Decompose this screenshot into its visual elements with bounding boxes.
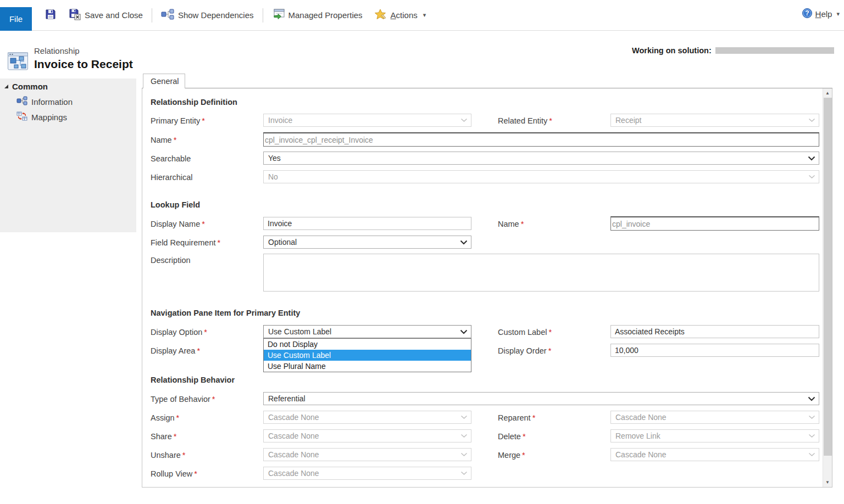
delete-label: Delete* [498, 432, 526, 441]
section-title-relationship-definition: Relationship Definition [151, 98, 237, 107]
field-requirement-select[interactable]: Optional [263, 236, 471, 249]
save-and-close-label: Save and Close [85, 10, 143, 20]
display-name-input[interactable] [263, 217, 471, 230]
scroll-up-arrow-icon: ▲ [825, 91, 830, 96]
save-and-close-button[interactable]: Save and Close [66, 7, 146, 24]
tab-general[interactable]: General [143, 74, 185, 88]
sidebar-item-mappings[interactable]: Mappings [16, 111, 67, 122]
primary-entity-select: Invoice [263, 114, 471, 127]
schema-name-input[interactable] [263, 132, 819, 147]
related-entity-select: Receipt [610, 114, 819, 127]
help-menu-button[interactable]: ? Help ▾ [802, 8, 840, 20]
toolbar-separator [152, 8, 152, 23]
required-asterisk: * [174, 432, 177, 441]
unshare-select: Cascade None [263, 448, 471, 461]
required-asterisk: * [548, 328, 552, 337]
chevron-down-icon [808, 452, 815, 457]
file-button[interactable]: File [0, 7, 32, 31]
hierarchical-select: No [263, 170, 819, 183]
searchable-select[interactable]: Yes [263, 152, 819, 165]
vertical-scrollbar[interactable]: ▲ ▼ [823, 88, 832, 487]
form-content: Relationship Definition Primary Entity* … [142, 88, 832, 488]
custom-label-label: Custom Label* [498, 328, 552, 337]
entity-type-label: Relationship [34, 46, 80, 55]
chevron-down-icon [460, 415, 468, 419]
scroll-down-button[interactable]: ▼ [823, 478, 832, 487]
required-asterisk: * [204, 328, 207, 337]
required-asterisk: * [176, 413, 180, 422]
dropdown-option-use-plural-name[interactable]: Use Plural Name [264, 361, 471, 372]
save-icon [45, 9, 56, 21]
schema-name-label: Name* [151, 136, 176, 144]
dropdown-option-use-custom-label[interactable]: Use Custom Label [264, 350, 471, 361]
field-requirement-label: Field Requirement* [151, 238, 220, 247]
sidebar-group-common[interactable]: Common [4, 82, 48, 91]
save-button[interactable] [42, 7, 59, 24]
scrollbar-thumb[interactable] [824, 98, 832, 456]
section-title-relationship-behavior: Relationship Behavior [151, 376, 235, 384]
custom-label-input[interactable] [610, 325, 819, 338]
save-and-close-icon [69, 9, 81, 22]
required-asterisk: * [182, 451, 186, 460]
toolbar-items: Save and Close Show Dependencies Managed… [42, 0, 429, 30]
sidebar-item-label: Information [31, 97, 73, 107]
required-asterisk: * [532, 413, 536, 422]
svg-text:?: ? [805, 9, 809, 17]
chevron-down-icon [808, 118, 815, 122]
actions-caret-icon: ▾ [423, 12, 426, 19]
searchable-label: Searchable [151, 154, 191, 163]
display-order-input[interactable] [610, 344, 819, 357]
toolbar: File Save and Close Show Dependencies [0, 0, 844, 31]
display-option-dropdown-list: Do not Display Use Custom Label Use Plur… [263, 338, 471, 372]
required-asterisk: * [549, 116, 552, 125]
required-asterisk: * [174, 136, 177, 144]
share-select: Cascade None [263, 429, 471, 443]
toolbar-separator [263, 8, 263, 23]
chevron-down-icon [460, 329, 468, 334]
merge-label: Merge* [498, 451, 525, 460]
type-of-behavior-select[interactable]: Referential [263, 392, 819, 405]
sidebar-item-information[interactable]: Information [16, 96, 73, 107]
chevron-down-icon [808, 396, 815, 401]
reparent-label: Reparent* [498, 413, 535, 422]
scroll-down-arrow-icon: ▼ [825, 480, 830, 485]
actions-menu-button[interactable]: Actions ▾ [371, 7, 430, 24]
relationship-entity-icon [7, 51, 29, 74]
merge-select: Cascade None [610, 448, 819, 461]
display-option-select[interactable]: Use Custom Label [263, 325, 471, 338]
share-label: Share* [151, 432, 176, 441]
chevron-down-icon [808, 156, 815, 161]
display-name-label: Display Name* [151, 220, 205, 228]
dropdown-option-do-not-display[interactable]: Do not Display [264, 339, 471, 350]
chevron-down-icon [808, 415, 815, 419]
primary-entity-label: Primary Entity* [151, 116, 205, 125]
org-chart-icon [16, 96, 27, 107]
required-asterisk: * [522, 451, 525, 460]
sidebar-group-label: Common [12, 82, 48, 91]
required-asterisk: * [202, 116, 205, 125]
assign-label: Assign* [151, 413, 179, 422]
actions-star-icon [375, 9, 387, 21]
lookup-name-input[interactable] [610, 216, 819, 231]
required-asterisk: * [217, 238, 220, 247]
type-of-behavior-label: Type of Behavior* [151, 395, 215, 404]
show-dependencies-button[interactable]: Show Dependencies [158, 7, 257, 24]
rollup-view-label: Rollup View* [151, 469, 197, 478]
managed-properties-label: Managed Properties [288, 10, 363, 20]
chevron-down-icon [808, 434, 815, 438]
description-textarea[interactable] [263, 254, 819, 292]
required-asterisk: * [548, 346, 552, 355]
managed-properties-button[interactable]: Managed Properties [269, 7, 366, 24]
file-button-label: File [9, 14, 23, 24]
solution-name-redacted [715, 47, 834, 54]
navigation-sidebar: Common Information Mappings [0, 79, 136, 232]
help-icon: ? [802, 8, 813, 20]
managed-properties-icon [272, 9, 285, 22]
show-dependencies-label: Show Dependencies [178, 10, 254, 20]
lookup-name-label: Name* [498, 220, 524, 228]
delete-select: Remove Link [610, 429, 819, 443]
required-asterisk: * [202, 220, 205, 228]
relationship-editor-window: File Save and Close Show Dependencies [0, 0, 844, 504]
chevron-down-icon [460, 118, 468, 122]
scroll-up-button[interactable]: ▲ [823, 88, 832, 98]
